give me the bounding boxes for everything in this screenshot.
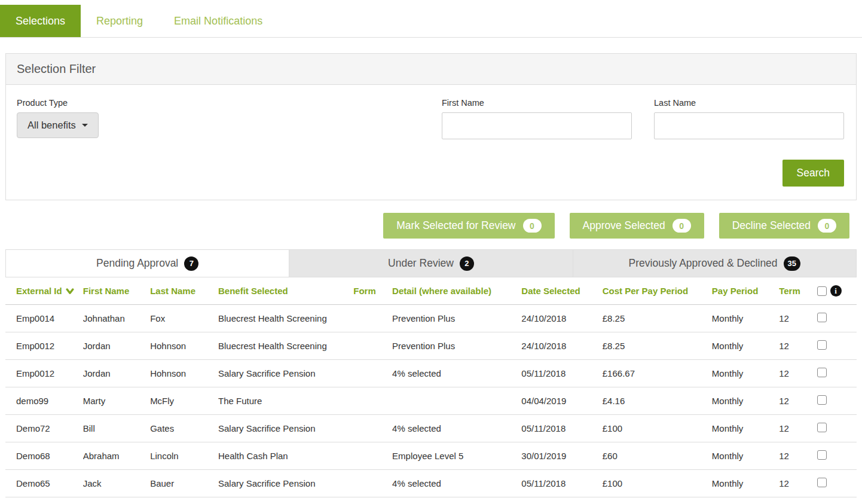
cell-pay-period: Monthly (712, 360, 779, 387)
cell-pay-period: Monthly (712, 470, 779, 497)
cell-external-id: Emp0014 (5, 305, 83, 332)
row-checkbox[interactable] (817, 450, 827, 460)
cell-cost-per-pay-period: £60 (603, 442, 712, 470)
product-type-label: Product Type (17, 98, 420, 108)
cell-last-name: Hohnson (150, 332, 218, 360)
cell-last-name: Bauer (150, 470, 218, 497)
cell-date-selected: 05/11/2018 (521, 415, 602, 442)
panel-title: Selection Filter (6, 54, 856, 85)
cell-last-name: Hohnson (150, 360, 218, 387)
cell-term: 12 (779, 360, 817, 387)
cell-form (353, 470, 392, 497)
cell-benefit-selected: Health Cash Plan (218, 442, 353, 470)
cell-first-name: Jordan (83, 360, 150, 387)
col-last-name[interactable]: Last Name (150, 277, 218, 305)
cell-pay-period: Monthly (712, 332, 779, 360)
col-benefit-selected[interactable]: Benefit Selected (218, 277, 353, 305)
cell-external-id: Demo65 (5, 470, 83, 497)
row-checkbox[interactable] (817, 478, 827, 487)
sort-desc-icon (66, 286, 74, 297)
cell-term: 12 (779, 387, 817, 415)
cell-form (353, 332, 392, 360)
col-term[interactable]: Term (779, 277, 817, 305)
decline-selected-button[interactable]: Decline Selected 0 (719, 213, 849, 239)
cell-external-id: demo99 (5, 387, 83, 415)
cell-cost-per-pay-period: £100 (603, 470, 712, 497)
cell-last-name: Gates (150, 415, 218, 442)
col-external-id[interactable]: External Id (5, 277, 83, 305)
cell-detail: Prevention Plus (392, 305, 521, 332)
row-checkbox[interactable] (817, 340, 827, 350)
cell-benefit-selected: The Future (218, 387, 353, 415)
col-cost-per-pay-period[interactable]: Cost Per Pay Period (603, 277, 712, 305)
approve-selected-count-badge: 0 (673, 219, 691, 233)
cell-first-name: Jack (83, 470, 150, 497)
table-row: Demo65 Jack Bauer Salary Sacrifice Pensi… (5, 470, 857, 497)
cell-external-id: Demo72 (5, 415, 83, 442)
first-name-input[interactable] (442, 112, 632, 139)
table-row: Emp0012 Jordan Hohnson Bluecrest Health … (5, 332, 857, 360)
decline-selected-label: Decline Selected (732, 219, 811, 232)
cell-form (353, 360, 392, 387)
col-form[interactable]: Form (353, 277, 392, 305)
mark-for-review-label: Mark Selected for Review (396, 219, 515, 232)
mark-for-review-button[interactable]: Mark Selected for Review 0 (383, 213, 554, 239)
top-nav: Selections Reporting Email Notifications (0, 0, 862, 38)
tab-reporting[interactable]: Reporting (81, 5, 158, 37)
cell-select (817, 387, 857, 415)
cell-benefit-selected: Bluecrest Health Screening (218, 332, 353, 360)
select-all-checkbox[interactable] (817, 286, 827, 296)
selections-table: External Id First Name Last Name Benefit… (5, 277, 857, 497)
tab-email-notifications[interactable]: Email Notifications (158, 5, 278, 37)
tab-under-review[interactable]: Under Review 2 (289, 250, 572, 277)
row-checkbox[interactable] (817, 423, 827, 432)
tab-selections[interactable]: Selections (0, 5, 81, 37)
last-name-input[interactable] (654, 112, 844, 139)
cell-term: 12 (779, 470, 817, 497)
row-checkbox[interactable] (817, 395, 827, 405)
row-checkbox[interactable] (817, 313, 827, 322)
cell-select (817, 360, 857, 387)
info-icon[interactable]: i (830, 285, 842, 297)
cell-first-name: Johnathan (83, 305, 150, 332)
col-pay-period[interactable]: Pay Period (712, 277, 779, 305)
cell-detail: Employee Level 5 (392, 442, 521, 470)
table-body: Emp0014 Johnathan Fox Bluecrest Health S… (5, 305, 857, 497)
table-row: Demo68 Abraham Lincoln Health Cash Plan … (5, 442, 857, 470)
cell-term: 12 (779, 305, 817, 332)
cell-date-selected: 05/11/2018 (521, 470, 602, 497)
search-button[interactable]: Search (782, 160, 844, 187)
cell-cost-per-pay-period: £8.25 (603, 332, 712, 360)
approve-selected-button[interactable]: Approve Selected 0 (570, 213, 704, 239)
cell-external-id: Emp0012 (5, 332, 83, 360)
product-type-dropdown[interactable]: All benefits (17, 112, 99, 138)
previously-approved-declined-label: Previously Approved & Declined (629, 257, 778, 270)
cell-pay-period: Monthly (712, 415, 779, 442)
selections-table-wrap: External Id First Name Last Name Benefit… (5, 277, 857, 497)
row-checkbox[interactable] (817, 368, 827, 377)
cell-last-name: Fox (150, 305, 218, 332)
tab-pending-approval[interactable]: Pending Approval 7 (6, 250, 289, 277)
cell-last-name: Lincoln (150, 442, 218, 470)
table-row: Demo72 Bill Gates Salary Sacrifice Pensi… (5, 415, 857, 442)
cell-external-id: Emp0012 (5, 360, 83, 387)
cell-select (817, 305, 857, 332)
cell-external-id: Demo68 (5, 442, 83, 470)
status-tabs: Pending Approval 7 Under Review 2 Previo… (5, 249, 857, 277)
col-first-name[interactable]: First Name (83, 277, 150, 305)
cell-select (817, 332, 857, 360)
col-detail[interactable]: Detail (where available) (392, 277, 521, 305)
cell-form (353, 415, 392, 442)
cell-benefit-selected: Salary Sacrifice Pension (218, 470, 353, 497)
bulk-actions: Mark Selected for Review 0 Approve Selec… (5, 213, 849, 239)
cell-cost-per-pay-period: £4.16 (603, 387, 712, 415)
decline-selected-count-badge: 0 (818, 219, 836, 233)
cell-detail: Prevention Plus (392, 332, 521, 360)
cell-select (817, 415, 857, 442)
panel-body: Product Type All benefits First Name Las… (6, 85, 856, 200)
tab-previously-approved-declined[interactable]: Previously Approved & Declined 35 (573, 250, 856, 277)
col-select: i (817, 277, 857, 305)
cell-select (817, 442, 857, 470)
col-date-selected[interactable]: Date Selected (521, 277, 602, 305)
table-row: Emp0012 Jordan Hohnson Salary Sacrifice … (5, 360, 857, 387)
